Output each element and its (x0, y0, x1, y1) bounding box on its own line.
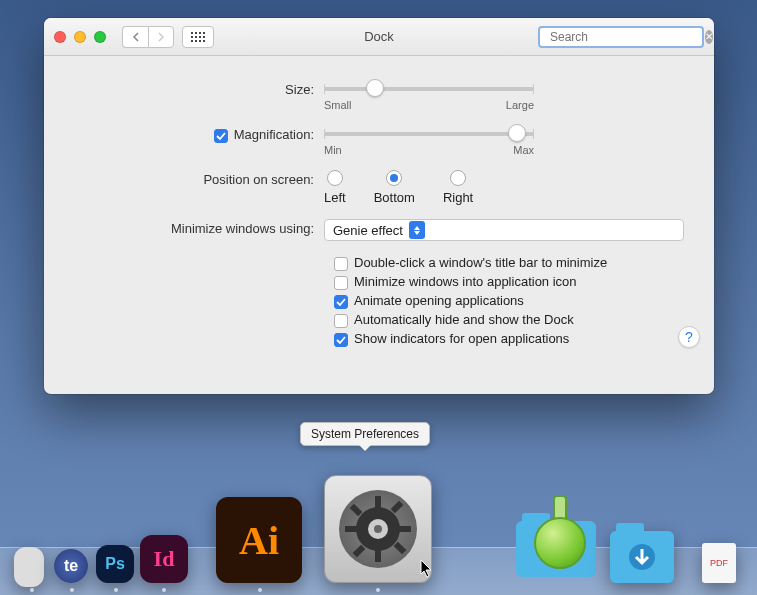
magnification-max-label: Max (513, 144, 534, 156)
preferences-window: Dock ✕ Size: Small Large (44, 18, 714, 394)
option-checkbox-show_indicators[interactable] (334, 333, 348, 347)
position-radio-bottom[interactable] (386, 170, 402, 186)
chevron-left-icon (132, 32, 140, 42)
option-label-autohide: Automatically hide and show the Dock (354, 312, 574, 327)
dock-tooltip: System Preferences (300, 422, 430, 446)
search-field[interactable]: ✕ (538, 26, 704, 48)
option-row-show_indicators: Show indicators for open applications (334, 331, 684, 346)
option-row-autohide: Automatically hide and show the Dock (334, 312, 684, 327)
grid-icon (191, 32, 205, 42)
option-row-dblclick_minimize: Double-click a window's title bar to min… (334, 255, 684, 270)
svg-rect-3 (375, 496, 381, 508)
svg-rect-4 (375, 550, 381, 562)
dock-app-textexpander[interactable]: te (54, 549, 88, 583)
position-label: Position on screen: (74, 170, 324, 187)
titlebar: Dock ✕ (44, 18, 714, 56)
position-radio-left[interactable] (327, 170, 343, 186)
clear-search-button[interactable]: ✕ (705, 30, 713, 44)
svg-rect-10 (353, 545, 366, 558)
minimize-button[interactable] (74, 31, 86, 43)
svg-rect-7 (350, 504, 363, 517)
option-row-minimize_into_app: Minimize windows into application icon (334, 274, 684, 289)
minimize-effect-popup[interactable]: Genie effect (324, 219, 684, 241)
option-checkbox-dblclick_minimize[interactable] (334, 257, 348, 271)
dock-app-pdf[interactable]: PDF (702, 543, 736, 583)
zoom-button[interactable] (94, 31, 106, 43)
size-slider[interactable] (324, 80, 534, 98)
forward-button[interactable] (148, 26, 174, 48)
position-radio-label-right: Right (443, 190, 473, 205)
search-input[interactable] (550, 30, 700, 44)
stepper-icon (409, 221, 425, 239)
download-arrow-icon (626, 541, 658, 573)
size-max-label: Large (506, 99, 534, 111)
window-controls (54, 31, 106, 43)
dock-app-flask[interactable] (512, 483, 600, 583)
dock-app-photoshop[interactable]: Ps (96, 545, 134, 583)
option-row-animate_opening: Animate opening applications (334, 293, 684, 308)
option-label-dblclick_minimize: Double-click a window's title bar to min… (354, 255, 607, 270)
option-checkbox-autohide[interactable] (334, 314, 348, 328)
option-label-minimize_into_app: Minimize windows into application icon (354, 274, 577, 289)
dock-app-xtensions[interactable] (14, 547, 44, 587)
position-radio-label-left: Left (324, 190, 346, 205)
gear-icon (339, 490, 417, 568)
svg-rect-5 (345, 526, 357, 532)
position-radio-group: LeftBottomRight (324, 170, 684, 205)
minimize-effect-label: Minimize windows using: (74, 219, 324, 236)
show-all-button[interactable] (182, 26, 214, 48)
dock-app-downloads[interactable] (610, 531, 674, 583)
magnification-checkbox[interactable] (214, 129, 228, 143)
chevron-right-icon (157, 32, 165, 42)
dock-app-system-preferences[interactable] (324, 475, 432, 583)
size-label: Size: (74, 80, 324, 97)
back-button[interactable] (122, 26, 148, 48)
dock-app-indesign[interactable]: Id (140, 535, 188, 583)
svg-rect-6 (399, 526, 411, 532)
option-checkbox-animate_opening[interactable] (334, 295, 348, 309)
options-list: Double-click a window's title bar to min… (334, 255, 684, 346)
size-min-label: Small (324, 99, 352, 111)
svg-rect-8 (394, 542, 407, 555)
option-label-show_indicators: Show indicators for open applications (354, 331, 569, 346)
content-area: Size: Small Large Magnification: (44, 56, 714, 360)
position-radio-right[interactable] (450, 170, 466, 186)
magnification-min-label: Min (324, 144, 342, 156)
minimize-effect-value: Genie effect (333, 223, 403, 238)
svg-rect-9 (391, 501, 404, 514)
magnification-slider-thumb[interactable] (508, 124, 526, 142)
option-label-animate_opening: Animate opening applications (354, 293, 524, 308)
option-checkbox-minimize_into_app[interactable] (334, 276, 348, 290)
nav-buttons (122, 26, 174, 48)
magnification-label: Magnification: (234, 127, 314, 142)
dock: te Ps Id Ai PDF (0, 435, 757, 595)
close-button[interactable] (54, 31, 66, 43)
dock-app-illustrator[interactable]: Ai (216, 497, 302, 583)
size-slider-thumb[interactable] (366, 79, 384, 97)
help-button[interactable]: ? (678, 326, 700, 348)
svg-point-12 (374, 525, 382, 533)
position-radio-label-bottom: Bottom (374, 190, 415, 205)
magnification-slider[interactable] (324, 125, 534, 143)
